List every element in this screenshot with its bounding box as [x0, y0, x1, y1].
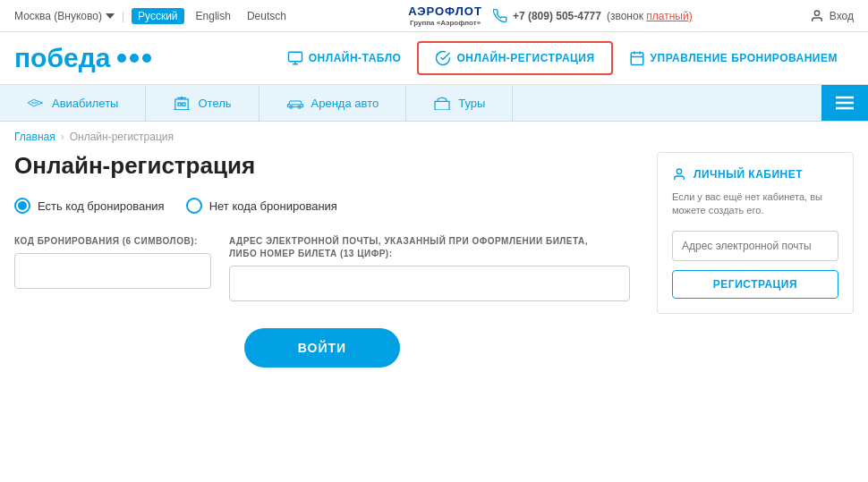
plane-icon — [27, 96, 45, 110]
content: Онлайн-регистрация Есть код бронирования… — [0, 152, 868, 394]
lang-english[interactable]: English — [191, 8, 235, 24]
aeroflot-logo: АЭРОФЛОТ Группа «Аэрофлот» — [408, 4, 482, 27]
hotel-icon — [173, 96, 191, 110]
nav-bar: Авиабилеты Отель Аренда авто Туры — [0, 85, 868, 122]
svg-rect-10 — [183, 103, 185, 106]
chevron-down-icon — [106, 12, 115, 21]
lang-russian[interactable]: Русский — [132, 8, 184, 24]
svg-point-0 — [814, 11, 819, 15]
phone-note: (звонок платный) — [607, 10, 693, 22]
phone-icon — [493, 9, 507, 23]
breadcrumb-current: Онлайн-регистрация — [70, 131, 174, 143]
phone-number: +7 (809) 505-4777 — [513, 10, 601, 22]
logo[interactable]: победа — [14, 43, 151, 73]
radio-group: Есть код бронирования Нет кода бронирова… — [14, 198, 630, 214]
sidebar-desc: Если у вас ещё нет кабинета, вы можете с… — [672, 190, 838, 218]
sidebar-email-input[interactable] — [672, 231, 838, 261]
radio-no-booking[interactable]: Нет кода бронирования — [186, 198, 337, 214]
booking-code-label: КОД БРОНИРОВАНИЯ (6 СИМВОЛОВ): — [14, 235, 211, 248]
radio-circle-empty — [186, 198, 202, 214]
navbar-car[interactable]: Аренда авто — [260, 85, 407, 121]
city-label: Москва (Внуково) — [14, 10, 102, 22]
page-title: Онлайн-регистрация — [14, 152, 630, 180]
city-selector[interactable]: Москва (Внуково) — [14, 10, 115, 22]
email-ticket-field: АДРЕС ЭЛЕКТРОННОЙ ПОЧТЫ, УКАЗАННЫЙ ПРИ О… — [229, 235, 630, 301]
login-link[interactable]: Вход — [810, 9, 854, 23]
submit-row: ВОЙТИ — [14, 328, 630, 368]
breadcrumb: Главная › Онлайн-регистрация — [0, 122, 868, 152]
top-bar: Москва (Внуково) | Русский English Deuts… — [0, 0, 868, 32]
user-cabinet-icon — [672, 167, 686, 182]
nav-booking[interactable]: УПРАВЛЕНИЕ БРОНИРОВАНИЕМ — [613, 43, 854, 73]
tours-icon — [433, 96, 451, 110]
login-label: Вход — [830, 10, 854, 22]
paid-link[interactable]: платный) — [646, 10, 692, 22]
user-icon — [810, 9, 824, 23]
sidebar-register-btn[interactable]: РЕГИСТРАЦИЯ — [672, 270, 838, 299]
sidebar-title-label: ЛИЧНЫЙ КАБИНЕТ — [694, 168, 803, 181]
monitor-icon — [287, 50, 303, 66]
nav-onlinereg-label: ОНЛАЙН-РЕГИСТРАЦИЯ — [456, 52, 594, 64]
hamburger-icon — [836, 96, 854, 110]
breadcrumb-home[interactable]: Главная — [14, 131, 55, 143]
nav-onlinetablo-label: ОНЛАЙН-ТАБЛО — [309, 52, 402, 64]
navbar-hotel[interactable]: Отель — [146, 85, 259, 121]
nav-booking-label: УПРАВЛЕНИЕ БРОНИРОВАНИЕМ — [651, 52, 838, 64]
header-nav: ОНЛАЙН-ТАБЛО ОНЛАЙН-РЕГИСТРАЦИЯ УПРАВЛЕН… — [271, 41, 854, 75]
calendar-icon — [629, 50, 645, 66]
phone-block: +7 (809) 505-4777 (звонок платный) — [493, 9, 693, 23]
logo-dot-1 — [117, 54, 126, 63]
svg-rect-1 — [288, 52, 302, 62]
form-row: КОД БРОНИРОВАНИЯ (6 СИМВОЛОВ): АДРЕС ЭЛЕ… — [14, 235, 630, 301]
svg-rect-4 — [631, 53, 643, 65]
radio-circle-checked — [14, 198, 30, 214]
sidebar: ЛИЧНЫЙ КАБИНЕТ Если у вас ещё нет кабине… — [657, 152, 854, 368]
navbar-hotel-label: Отель — [198, 97, 231, 110]
top-bar-center: АЭРОФЛОТ Группа «Аэрофлот» +7 (809) 505-… — [408, 4, 692, 27]
email-ticket-label: АДРЕС ЭЛЕКТРОННОЙ ПОЧТЫ, УКАЗАННЫЙ ПРИ О… — [229, 235, 630, 260]
radio-no-booking-label: Нет кода бронирования — [209, 199, 337, 213]
navbar-tickets-label: Авиабилеты — [52, 97, 118, 110]
aeroflot-brand: АЭРОФЛОТ — [408, 4, 482, 19]
submit-button[interactable]: ВОЙТИ — [244, 328, 400, 368]
svg-rect-17 — [435, 101, 449, 110]
car-icon — [286, 96, 304, 110]
svg-rect-8 — [175, 99, 188, 110]
checkcircle-icon — [435, 50, 451, 66]
logo-dot-3 — [142, 54, 151, 63]
top-bar-left: Москва (Внуково) | Русский English Deuts… — [14, 8, 291, 24]
navbar-tours-label: Туры — [458, 97, 485, 110]
svg-point-21 — [677, 169, 681, 173]
logo-text: победа — [14, 43, 110, 73]
navbar-car-label: Аренда авто — [311, 97, 379, 110]
sidebar-title: ЛИЧНЫЙ КАБИНЕТ — [672, 167, 838, 182]
aeroflot-sub: Группа «Аэрофлот» — [410, 19, 481, 28]
booking-code-field: КОД БРОНИРОВАНИЯ (6 СИМВОЛОВ): — [14, 235, 211, 301]
svg-rect-9 — [178, 103, 181, 106]
breadcrumb-separator: › — [61, 131, 64, 143]
radio-has-booking[interactable]: Есть код бронирования — [14, 198, 165, 214]
email-ticket-input[interactable] — [229, 266, 630, 301]
navbar-tours[interactable]: Туры — [406, 85, 513, 121]
header: победа ОНЛАЙН-ТАБЛО ОНЛАЙН-РЕГИСТРАЦИЯ У… — [0, 32, 868, 85]
navbar-menu-btn[interactable] — [821, 85, 868, 121]
radio-has-booking-label: Есть код бронирования — [38, 199, 165, 213]
nav-onlinereg[interactable]: ОНЛАЙН-РЕГИСТРАЦИЯ — [417, 41, 612, 75]
nav-onlinetablo[interactable]: ОНЛАЙН-ТАБЛО — [271, 43, 418, 73]
navbar-tickets[interactable]: Авиабилеты — [0, 85, 146, 121]
logo-dot-2 — [130, 54, 139, 63]
main-content: Онлайн-регистрация Есть код бронирования… — [14, 152, 630, 368]
lang-deutsch[interactable]: Deutsch — [243, 8, 291, 24]
booking-code-input[interactable] — [14, 253, 211, 289]
sidebar-box: ЛИЧНЫЙ КАБИНЕТ Если у вас ещё нет кабине… — [657, 152, 854, 314]
logo-dots — [117, 54, 151, 63]
